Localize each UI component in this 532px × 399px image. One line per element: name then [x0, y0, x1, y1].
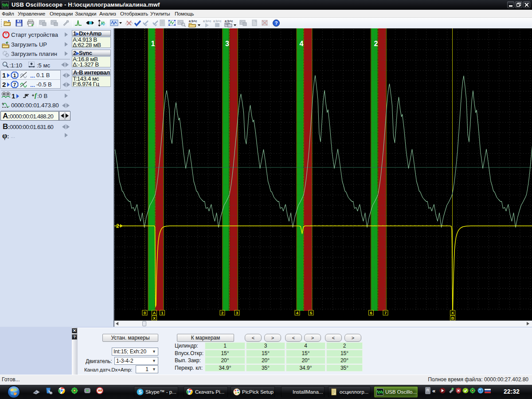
svg-text:1: 1 [13, 73, 16, 78]
svg-text:2: 2 [221, 311, 223, 315]
svg-text:4: 4 [300, 40, 304, 47]
svg-text:1: 1 [151, 40, 155, 47]
svg-text:7: 7 [384, 311, 387, 315]
svg-text:2: 2 [374, 40, 378, 47]
svg-text:X: X [153, 316, 156, 321]
svg-text:X: X [451, 311, 454, 315]
svg-text:7: 7 [13, 82, 16, 87]
svg-text:1: 1 [161, 311, 163, 315]
svg-text:0: 0 [144, 311, 146, 315]
svg-text:a:b+c: a:b+c [189, 20, 197, 23]
svg-text:a:b+c: a:b+c [213, 20, 222, 23]
svg-text:a:b+c: a:b+c [203, 20, 211, 23]
svg-text:B: B [451, 316, 454, 321]
svg-text:6: 6 [370, 311, 372, 315]
svg-text:2: 2 [116, 223, 119, 229]
svg-text:4: 4 [296, 311, 298, 315]
svg-text:3: 3 [236, 311, 238, 315]
svg-text:?: ? [275, 20, 278, 26]
svg-text:A: A [153, 311, 156, 315]
svg-text:S: S [138, 389, 141, 395]
svg-text:5: 5 [310, 311, 312, 315]
svg-text:3: 3 [225, 40, 229, 47]
svg-text:a:b+c: a:b+c [225, 20, 233, 23]
